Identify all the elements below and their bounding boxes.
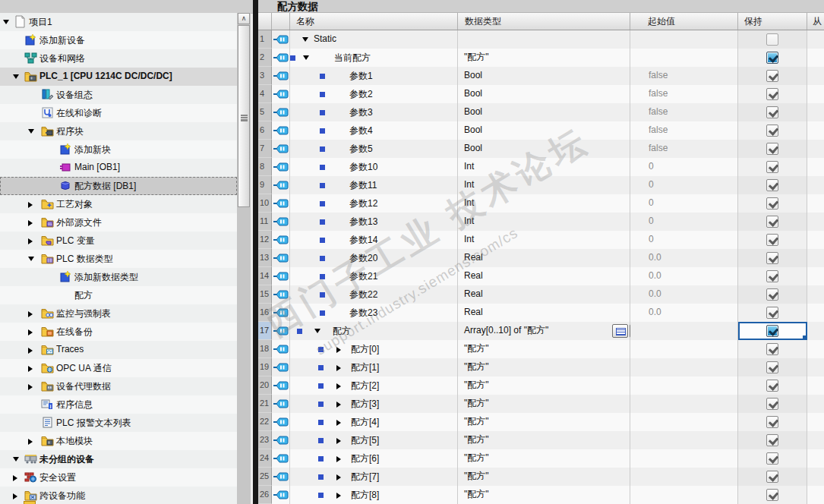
row-number[interactable]: 22	[258, 413, 272, 431]
var-name[interactable]: 配方[4]	[351, 416, 379, 429]
row-number[interactable]: 26	[258, 486, 272, 504]
retain-cell[interactable]	[738, 322, 807, 340]
tree-item-plc-1[interactable]: PLC_1 [CPU 1214C DC/DC/DC]	[0, 68, 237, 86]
row-number[interactable]: 12	[258, 231, 272, 249]
accessible-cell[interactable]	[807, 486, 824, 504]
start-value-cell[interactable]	[630, 340, 738, 358]
accessible-cell[interactable]	[807, 85, 824, 103]
retain-checkbox[interactable]	[766, 380, 778, 392]
row-number[interactable]: 14	[258, 267, 272, 285]
type-cell[interactable]: "配方"	[458, 340, 630, 358]
tree-item-recipe-data-db1[interactable]: 配方数据 [DB1]	[0, 177, 237, 195]
header-retain[interactable]: 保持	[738, 13, 807, 30]
expand-icon[interactable]	[336, 365, 341, 371]
var-name[interactable]: 参数11	[349, 179, 377, 192]
retain-checkbox[interactable]	[766, 88, 778, 100]
type-cell[interactable]: "配方"	[458, 468, 630, 486]
retain-cell[interactable]	[738, 140, 807, 158]
retain-cell[interactable]	[738, 486, 807, 504]
start-value-cell[interactable]: 0	[630, 194, 738, 213]
name-cell[interactable]: 配方[6]	[290, 449, 458, 468]
type-cell[interactable]: Int	[458, 176, 630, 194]
retain-cell[interactable]	[738, 249, 807, 267]
expand-collapse-icon[interactable]	[3, 20, 9, 24]
var-name[interactable]: 配方[5]	[351, 434, 379, 447]
name-cell[interactable]: 参数11	[290, 176, 458, 194]
accessible-cell[interactable]	[807, 158, 824, 176]
row-number[interactable]: 4	[258, 85, 272, 103]
tree-item-alarm-text-lists[interactable]: PLC 报警文本列表	[0, 414, 237, 432]
var-type[interactable]: Real	[458, 288, 483, 299]
type-cell[interactable]: Real	[458, 267, 630, 285]
tree-item-opc-ua[interactable]: OPC UA 通信	[0, 359, 237, 377]
row-number[interactable]: 5	[258, 103, 272, 121]
accessible-cell[interactable]	[807, 358, 824, 376]
expand-collapse-icon[interactable]	[13, 74, 19, 79]
var-type[interactable]: "配方"	[458, 452, 489, 463]
scroll-up-button[interactable]: ∧	[238, 13, 250, 24]
header-name[interactable]: 名称	[290, 13, 458, 30]
start-value-cell[interactable]: 0	[630, 213, 738, 231]
type-cell[interactable]: Int	[458, 194, 630, 213]
retain-cell[interactable]	[738, 30, 807, 49]
start-value-cell[interactable]: false	[630, 67, 738, 85]
start-value-cell[interactable]	[630, 358, 738, 376]
name-cell[interactable]: 参数10	[290, 158, 458, 176]
var-type[interactable]: Real	[458, 252, 483, 263]
retain-checkbox[interactable]	[766, 416, 778, 428]
type-cell[interactable]: Real	[458, 285, 630, 304]
row-number[interactable]: 7	[258, 140, 272, 158]
name-cell[interactable]: 配方[2]	[290, 376, 458, 395]
var-type[interactable]: "配方"	[458, 343, 489, 354]
tree-item-technology-objects[interactable]: 工艺对象	[0, 195, 237, 213]
tree-item-ungrouped-devices[interactable]: 未分组的设备	[0, 450, 237, 468]
retain-checkbox[interactable]	[766, 361, 778, 373]
retain-cell[interactable]	[738, 176, 807, 194]
tree-item-security-settings[interactable]: 安全设置	[0, 468, 237, 487]
accessible-cell[interactable]	[807, 30, 824, 49]
var-type[interactable]: "配方"	[458, 434, 489, 445]
var-name[interactable]: 参数22	[349, 288, 377, 301]
accessible-cell[interactable]	[807, 213, 824, 231]
var-name[interactable]: 参数13	[349, 216, 377, 228]
var-name[interactable]: 当前配方	[334, 52, 371, 65]
retain-checkbox[interactable]	[766, 434, 778, 446]
accessible-cell[interactable]	[807, 413, 824, 431]
retain-cell[interactable]	[738, 158, 807, 176]
start-value-cell[interactable]	[630, 449, 738, 468]
tree-item-traces[interactable]: Traces	[0, 341, 237, 359]
row-number[interactable]: 3	[258, 67, 272, 85]
type-cell[interactable]: Int	[458, 158, 630, 176]
tree-item-online-backups[interactable]: 在线备份	[0, 323, 237, 341]
var-type[interactable]: Int	[458, 234, 474, 244]
start-value-cell[interactable]: 0.0	[630, 249, 738, 267]
var-name[interactable]: 参数23	[349, 307, 377, 320]
type-cell[interactable]: Bool	[458, 85, 630, 103]
type-cell[interactable]: Array[0..10] of "配方"	[458, 322, 630, 340]
start-value-cell[interactable]	[630, 431, 738, 449]
expand-expand-icon[interactable]	[28, 348, 33, 354]
expand-collapse-icon[interactable]	[13, 457, 19, 461]
name-cell[interactable]: 配方[1]	[290, 358, 458, 376]
type-cell[interactable]: Bool	[458, 140, 630, 158]
retain-checkbox[interactable]	[766, 489, 778, 501]
accessible-cell[interactable]	[807, 103, 824, 121]
tree-item-device-proxy[interactable]: 设备代理数据	[0, 377, 237, 395]
name-cell[interactable]: 参数4	[290, 121, 458, 140]
start-value-cell[interactable]	[630, 49, 738, 67]
selection-handle[interactable]	[803, 335, 807, 339]
row-number[interactable]: 25	[258, 468, 272, 486]
retain-checkbox[interactable]	[766, 52, 778, 64]
var-type[interactable]: "配方"	[458, 52, 489, 62]
accessible-cell[interactable]	[807, 340, 824, 358]
expand-icon[interactable]	[336, 474, 341, 480]
retain-checkbox[interactable]	[766, 307, 778, 319]
name-cell[interactable]: 参数13	[290, 213, 458, 231]
accessible-cell[interactable]	[807, 376, 824, 395]
accessible-cell[interactable]	[807, 140, 824, 158]
var-type[interactable]: Bool	[458, 124, 482, 135]
tree-item-program-info[interactable]: i程序信息	[0, 395, 237, 414]
row-number[interactable]: 24	[258, 449, 272, 468]
type-cell[interactable]	[458, 30, 630, 49]
var-type[interactable]: Real	[458, 307, 483, 317]
